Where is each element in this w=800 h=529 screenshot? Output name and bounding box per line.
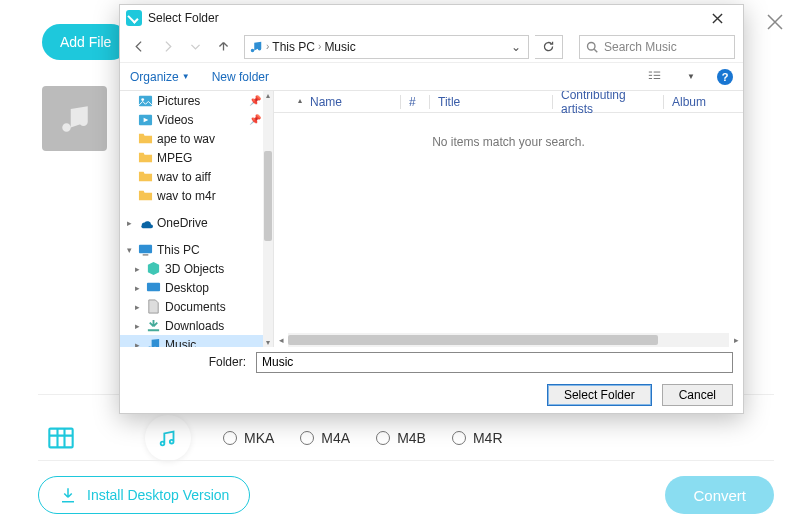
select-folder-button[interactable]: Select Folder (547, 384, 652, 406)
tree-item-wav-to-m4r[interactable]: wav to m4r (120, 186, 263, 205)
audio-format-icon[interactable] (145, 415, 191, 461)
download-icon (59, 486, 77, 504)
format-option-m4a[interactable]: M4A (300, 430, 350, 446)
music-icon (249, 40, 263, 54)
video-format-icon[interactable] (43, 420, 79, 456)
tree-item-downloads[interactable]: ▸Downloads (120, 316, 263, 335)
music-note-icon (58, 102, 92, 136)
view-options-button[interactable] (643, 67, 665, 87)
breadcrumb-root[interactable]: This PC (272, 40, 315, 54)
svg-point-1 (588, 42, 596, 50)
folder-name-input[interactable] (256, 352, 733, 373)
tree-item-3d-objects[interactable]: ▸3D Objects (120, 259, 263, 278)
scroll-left-icon[interactable]: ◂ (274, 333, 288, 347)
add-file-button[interactable]: Add File (42, 24, 129, 60)
tree-item-wav-to-aiff[interactable]: wav to aiff (120, 167, 263, 186)
new-folder-button[interactable]: New folder (212, 70, 269, 84)
svg-rect-2 (648, 72, 651, 73)
tree-item-pictures[interactable]: Pictures📌 (120, 91, 263, 110)
format-option-m4b[interactable]: M4B (376, 430, 426, 446)
expand-icon[interactable]: ▸ (124, 218, 134, 228)
nav-row: › This PC › Music ⌄ Search Music (120, 31, 743, 63)
tree-item-onedrive[interactable]: ▸OneDrive (120, 213, 263, 232)
tree-item-ape-to-wav[interactable]: ape to wav (120, 129, 263, 148)
format-option-m4r[interactable]: M4R (452, 430, 503, 446)
format-option-mka[interactable]: MKA (223, 430, 274, 446)
dialog-actions: Select Folder Cancel (120, 377, 743, 413)
expand-icon[interactable]: ▸ (132, 340, 142, 348)
column-number[interactable]: # (401, 91, 429, 112)
expand-icon[interactable]: ▸ (132, 283, 142, 293)
folder-input-row: Folder: (120, 347, 743, 377)
toolbar: Organize▼ New folder ▼ ? (120, 63, 743, 91)
refresh-button[interactable] (535, 35, 563, 59)
svg-rect-4 (648, 78, 651, 79)
svg-point-9 (141, 98, 144, 101)
search-icon (586, 41, 598, 53)
column-title[interactable]: Title (430, 91, 552, 112)
cancel-button[interactable]: Cancel (662, 384, 733, 406)
collapse-icon[interactable]: ▾ (124, 245, 134, 255)
forward-button[interactable] (156, 36, 178, 58)
search-placeholder: Search Music (604, 40, 677, 54)
empty-message: No items match your search. (274, 135, 743, 149)
select-folder-dialog: Select Folder › This PC › Music ⌄ Search… (119, 4, 744, 414)
chevron-right-icon[interactable]: › (318, 41, 321, 52)
divider (38, 460, 774, 461)
file-list: Name # Title Contributing artists Album … (274, 91, 743, 347)
tree-item-videos[interactable]: Videos📌 (120, 110, 263, 129)
expand-icon[interactable]: ▸ (132, 321, 142, 331)
format-label: M4A (321, 430, 350, 446)
tree-scrollbar[interactable]: ▴ ▾ (263, 91, 273, 347)
recent-dropdown[interactable] (184, 36, 206, 58)
svg-rect-0 (49, 429, 72, 448)
svg-rect-5 (653, 72, 660, 73)
up-button[interactable] (212, 36, 234, 58)
chevron-down-icon: ▼ (182, 72, 190, 81)
search-input[interactable]: Search Music (579, 35, 735, 59)
column-album[interactable]: Album (664, 91, 714, 112)
svg-rect-12 (143, 254, 149, 255)
expand-icon[interactable]: ▸ (132, 264, 142, 274)
view-dropdown[interactable]: ▼ (687, 72, 695, 81)
column-name[interactable]: Name (290, 91, 400, 112)
folder-tree: Pictures📌 Videos📌 ape to wav MPEG wav to… (120, 91, 274, 347)
back-button[interactable] (128, 36, 150, 58)
help-button[interactable]: ? (717, 69, 733, 85)
convert-button[interactable]: Convert (665, 476, 774, 514)
svg-rect-7 (653, 78, 660, 79)
scroll-right-icon[interactable]: ▸ (729, 333, 743, 347)
tree-item-documents[interactable]: ▸Documents (120, 297, 263, 316)
address-dropdown[interactable]: ⌄ (508, 40, 524, 54)
format-label: MKA (244, 430, 274, 446)
media-thumbnail (42, 86, 107, 151)
format-label: M4R (473, 430, 503, 446)
column-artists[interactable]: Contributing artists (553, 91, 663, 112)
breadcrumb-folder[interactable]: Music (324, 40, 355, 54)
tree-item-this-pc[interactable]: ▾This PC (120, 240, 263, 259)
tree-item-desktop[interactable]: ▸Desktop (120, 278, 263, 297)
tree-item-music[interactable]: ▸Music (120, 335, 263, 347)
expand-icon[interactable]: ▸ (132, 302, 142, 312)
scrollbar-thumb[interactable] (264, 151, 272, 241)
folder-label: Folder: (120, 355, 250, 369)
install-label: Install Desktop Version (87, 487, 229, 503)
svg-rect-13 (147, 283, 160, 291)
pin-icon: 📌 (249, 114, 259, 125)
scrollbar-thumb[interactable] (288, 335, 658, 345)
format-label: M4B (397, 430, 426, 446)
horizontal-scrollbar[interactable]: ◂ ▸ (274, 333, 743, 347)
tree-item-mpeg[interactable]: MPEG (120, 148, 263, 167)
svg-rect-3 (648, 75, 651, 76)
install-desktop-button[interactable]: Install Desktop Version (38, 476, 250, 514)
dialog-title: Select Folder (148, 11, 219, 25)
format-row: MKA M4A M4B M4R (43, 418, 774, 458)
close-button[interactable] (697, 5, 737, 31)
pin-icon: 📌 (249, 95, 259, 106)
chevron-right-icon[interactable]: › (266, 41, 269, 52)
svg-rect-6 (653, 75, 660, 76)
organize-menu[interactable]: Organize▼ (130, 70, 190, 84)
address-bar[interactable]: › This PC › Music ⌄ (244, 35, 529, 59)
app-close-icon[interactable] (763, 10, 787, 34)
svg-rect-11 (139, 245, 152, 253)
